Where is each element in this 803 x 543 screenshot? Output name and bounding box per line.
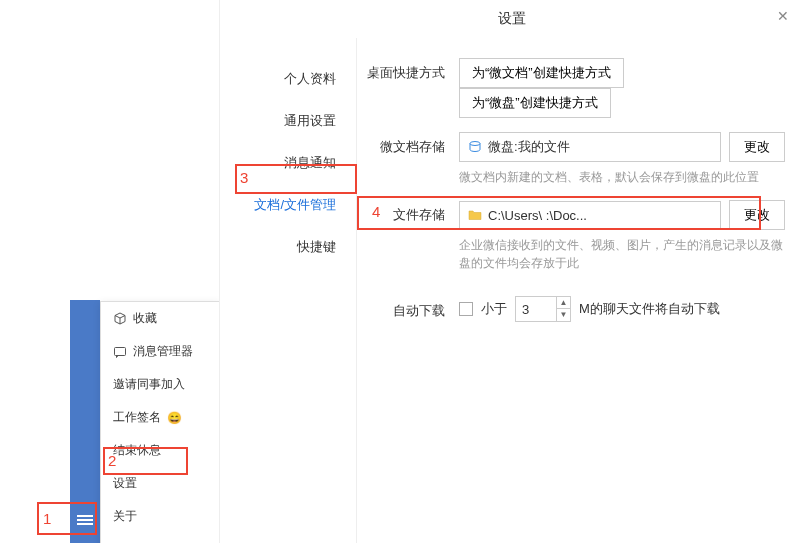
ctx-item-about[interactable]: 关于 bbox=[101, 500, 219, 533]
ctx-label: 工作签名 bbox=[113, 409, 161, 426]
sidebar bbox=[70, 300, 100, 543]
file-storage-path[interactable]: C:\Users\ :\Doc... bbox=[459, 201, 721, 229]
hamburger-icon bbox=[75, 510, 95, 530]
chat-icon bbox=[113, 345, 127, 359]
svg-point-4 bbox=[470, 142, 480, 146]
ctx-item-work-signature[interactable]: 工作签名 😄 bbox=[101, 401, 219, 434]
svg-rect-0 bbox=[77, 515, 93, 517]
svg-rect-1 bbox=[77, 519, 93, 521]
doc-storage-hint: 微文档内新建的文档、表格，默认会保存到微盘的此位置 bbox=[459, 168, 785, 186]
cube-icon bbox=[113, 312, 127, 326]
nav-item-shortcuts[interactable]: 快捷键 bbox=[220, 226, 356, 268]
settings-panel: 桌面快捷方式 为“微文档”创建快捷方式 为“微盘”创建快捷方式 微文档存储 微盘… bbox=[356, 38, 803, 543]
doc-storage-path[interactable]: 微盘:我的文件 bbox=[459, 132, 721, 162]
smile-icon: 😄 bbox=[167, 411, 182, 425]
spinner-down-button[interactable]: ▼ bbox=[557, 309, 570, 321]
close-button[interactable]: ✕ bbox=[775, 8, 791, 24]
ctx-item-invite[interactable]: 邀请同事加入 bbox=[101, 368, 219, 401]
ctx-label: 收藏 bbox=[133, 310, 157, 327]
file-storage-hint: 企业微信接收到的文件、视频、图片，产生的消息记录以及微盘的文件均会存放于此 bbox=[459, 236, 785, 272]
ctx-item-message-manager[interactable]: 消息管理器 bbox=[101, 335, 219, 368]
file-storage-path-text: C:\Users\ :\Doc... bbox=[488, 208, 587, 223]
svg-rect-3 bbox=[115, 347, 126, 355]
folder-icon bbox=[468, 208, 482, 222]
doc-storage-path-text: 微盘:我的文件 bbox=[488, 138, 570, 156]
create-drive-shortcut-button[interactable]: 为“微盘”创建快捷方式 bbox=[459, 88, 611, 118]
close-icon: ✕ bbox=[777, 8, 789, 24]
ctx-item-feedback[interactable]: 吐个槽 bbox=[101, 533, 219, 543]
desktop-shortcut-label: 桌面快捷方式 bbox=[367, 58, 459, 82]
ctx-label: 设置 bbox=[113, 475, 137, 492]
context-menu: 收藏 消息管理器 邀请同事加入 工作签名 😄 结束休息 设置 关于 吐个槽 bbox=[100, 301, 220, 543]
callout-label-1: 1 bbox=[43, 510, 51, 527]
ctx-item-favorites[interactable]: 收藏 bbox=[101, 302, 219, 335]
ctx-label: 结束休息 bbox=[113, 442, 161, 459]
auto-download-size-spinner[interactable]: 3 ▲ ▼ bbox=[515, 296, 571, 322]
nav-item-file-management[interactable]: 文档/文件管理 bbox=[220, 184, 356, 226]
ctx-item-settings[interactable]: 设置 bbox=[101, 467, 219, 500]
change-doc-storage-button[interactable]: 更改 bbox=[729, 132, 785, 162]
dialog-title: 设置 bbox=[220, 0, 803, 38]
nav-item-profile[interactable]: 个人资料 bbox=[220, 58, 356, 100]
ctx-label: 消息管理器 bbox=[133, 343, 193, 360]
menu-button[interactable] bbox=[75, 510, 95, 530]
ctx-label: 关于 bbox=[113, 508, 137, 525]
nav-item-general[interactable]: 通用设置 bbox=[220, 100, 356, 142]
drive-icon bbox=[468, 140, 482, 154]
settings-dialog: 设置 ✕ 个人资料 通用设置 消息通知 文档/文件管理 快捷键 桌面快捷方式 为… bbox=[219, 0, 803, 543]
spinner-up-button[interactable]: ▲ bbox=[557, 297, 570, 309]
ctx-label: 邀请同事加入 bbox=[113, 376, 185, 393]
doc-storage-label: 微文档存储 bbox=[367, 132, 459, 156]
create-doc-shortcut-button[interactable]: 为“微文档”创建快捷方式 bbox=[459, 58, 624, 88]
callout-label-4: 4 bbox=[372, 203, 380, 220]
auto-download-checkbox[interactable] bbox=[459, 302, 473, 316]
callout-label-2: 2 bbox=[108, 452, 116, 469]
file-storage-label: 文件存储 bbox=[367, 200, 459, 224]
auto-download-prefix: 小于 bbox=[481, 300, 507, 318]
auto-download-label: 自动下载 bbox=[367, 296, 459, 320]
change-file-storage-button[interactable]: 更改 bbox=[729, 200, 785, 230]
ctx-item-end-break[interactable]: 结束休息 bbox=[101, 434, 219, 467]
callout-label-3: 3 bbox=[240, 169, 248, 186]
auto-download-suffix: M的聊天文件将自动下载 bbox=[579, 300, 720, 318]
settings-nav: 个人资料 通用设置 消息通知 文档/文件管理 快捷键 bbox=[220, 38, 356, 543]
spinner-value: 3 bbox=[516, 302, 556, 317]
svg-rect-2 bbox=[77, 523, 93, 525]
